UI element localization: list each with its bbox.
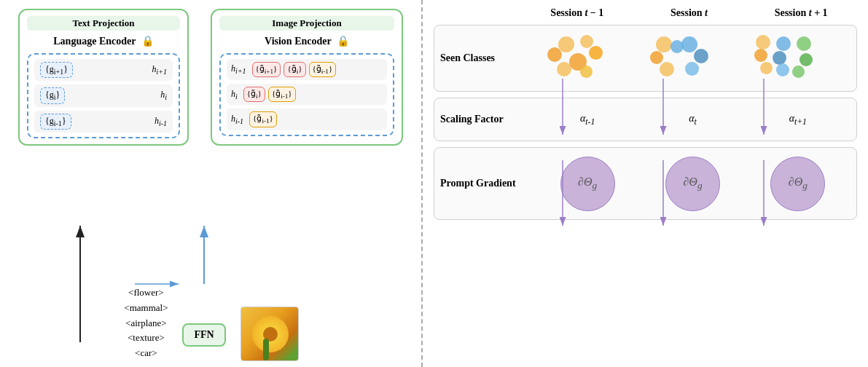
bubble [650,51,663,64]
text-row-i1: {gi+1} hi+1 [34,59,173,81]
prompt-gradient-content: ∂Θg ∂Θg ∂Θg [535,157,851,211]
gradient-col-t1plus: ∂Θg [754,157,842,211]
bubble [685,62,699,76]
prompt-gradient-label: Prompt Gradient [440,178,535,189]
text-row-im1: {gi-1} hi-1 [34,111,173,133]
session-label-t-plus1: Session t + 1 [754,7,848,19]
bubble [580,35,593,48]
bubble-cluster-t1 [544,33,631,84]
cell-h-i1: hi+1 [152,64,167,76]
language-encoder-title: Language Encoder 🔒 [27,35,180,47]
seen-classes-row: Seen Classes [434,25,857,92]
img-gtilde-im1-row2: {g̃i-1} [268,87,296,102]
label-mammal: <mammal> [124,301,168,316]
bubble [681,36,697,52]
img-row-im1: hi-1 {g̃i-1} [227,108,387,130]
cell-g-i1: {gi+1} [40,62,73,78]
bubble [589,46,603,60]
img-proj-inner: hi+1 {g̃i+1} {g̃i} {g̃i-1} hi {g̃i} {g̃i… [219,53,394,136]
label-flower: <flower> [124,285,168,301]
image-projection-title: Image Projection [219,16,394,31]
session-label-t: Session t [641,7,736,19]
bubble [580,66,593,78]
bottom-section: <flower> <mammal> <airplane> <texture> <… [0,285,423,361]
gradient-circle-t: ∂Θg [665,157,720,211]
bubble [557,62,571,76]
flower-image [241,307,299,361]
img-h-i: hi [231,89,238,100]
image-projection-box: Image Projection Vision Encoder 🔒 hi+1 {… [211,9,403,146]
scaling-alpha-t: αt [649,113,736,127]
sessions-header: Session t − 1 Session t Session t + 1 [434,7,857,19]
text-projection-title: Text Projection [27,16,180,31]
scaling-factor-label: Scaling Factor [440,114,535,125]
gradient-circle-t1plus: ∂Θg [770,157,825,211]
cell-g-i: {gi} [40,87,65,103]
text-row-i: {gi} hi [34,84,173,106]
img-gtilde-i1: {g̃i+1} [252,62,281,77]
img-row-i: hi {g̃i} {g̃i-1} [227,84,387,105]
bubble [754,49,767,62]
bubble-cluster-t3 [754,33,842,84]
seen-classes-label: Seen Classes [440,52,535,64]
left-panel: Text Projection Language Encoder 🔒 {gi+1… [0,0,423,367]
gradient-col-t: ∂Θg [649,157,736,211]
vision-encoder-title: Vision Encoder 🔒 [219,35,394,47]
img-h-i1: hi+1 [231,63,246,75]
bubble [760,62,773,74]
bubble [670,40,684,53]
label-texture: <texture> [124,331,168,346]
gradient-col-t1: ∂Θg [544,157,631,211]
text-proj-inner: {gi+1} hi+1 {gi} hi {gi-1} hi-1 [27,53,180,138]
ffn-box: FFN [182,323,225,347]
bubble [792,66,805,78]
text-labels: <flower> <mammal> <airplane> <texture> <… [124,285,168,361]
img-gtilde-i-row2: {g̃i} [243,87,265,102]
bubble [656,36,672,52]
bubble [547,47,562,62]
session-label-t-minus1: Session t − 1 [530,7,625,19]
bubble [773,51,786,65]
cell-h-i: hi [160,90,167,101]
scaling-alpha-t1: αt-1 [544,113,631,127]
text-projection-box: Text Projection Language Encoder 🔒 {gi+1… [18,9,189,146]
bubble [799,53,813,66]
label-car: <car> [124,346,168,361]
img-gtilde-i-row1: {g̃i} [284,62,305,77]
projection-container: Text Projection Language Encoder 🔒 {gi+1… [6,6,415,146]
label-airplane: <airplane> [124,316,168,331]
img-gtilde-im1-row1: {g̃i-1} [309,62,337,77]
prompt-gradient-row: Prompt Gradient ∂Θg ∂Θg ∂Θg [434,147,857,220]
bubble [776,63,789,76]
bubble [776,36,791,51]
img-h-im1: hi-1 [231,114,243,125]
cell-h-im1: hi-1 [155,116,167,127]
bubble-cluster-t [649,33,736,84]
bubble [694,49,708,63]
bubble [797,36,811,51]
right-panel: Session t − 1 Session t Session t + 1 Se… [423,0,868,367]
gradient-circle-t1: ∂Θg [560,157,615,211]
scaling-alpha-t1plus: αt+1 [754,113,842,127]
scaling-factor-row: Scaling Factor αt-1 αt αt+1 [434,98,857,141]
seen-classes-content [535,33,851,84]
bubble [756,35,770,50]
lock-icon-vision: 🔒 [337,35,349,47]
cell-g-im1: {gi-1} [40,114,71,130]
img-gtilde-im1-row3: {g̃i-1} [249,111,277,127]
lock-icon-text: 🔒 [141,35,154,47]
img-row-i1: hi+1 {g̃i+1} {g̃i} {g̃i-1} [227,59,387,80]
bubble [660,62,674,76]
scaling-factor-content: αt-1 αt αt+1 [535,113,851,127]
